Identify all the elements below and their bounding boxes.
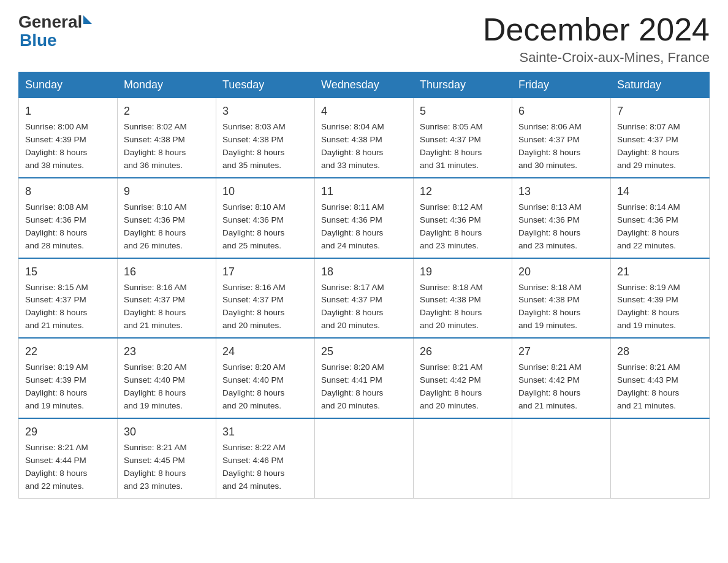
day-number: 24	[222, 343, 308, 360]
day-info: Sunrise: 8:19 AM Sunset: 4:39 PM Dayligh…	[617, 282, 703, 333]
day-number: 15	[25, 264, 111, 280]
column-header-friday: Friday	[512, 72, 611, 98]
day-info: Sunrise: 8:17 AM Sunset: 4:37 PM Dayligh…	[321, 282, 407, 333]
calendar-cell: 16Sunrise: 8:16 AM Sunset: 4:37 PM Dayli…	[118, 258, 216, 339]
day-info: Sunrise: 8:16 AM Sunset: 4:37 PM Dayligh…	[124, 282, 210, 333]
day-number: 6	[518, 103, 604, 120]
calendar-cell: 8Sunrise: 8:08 AM Sunset: 4:36 PM Daylig…	[19, 178, 118, 258]
day-info: Sunrise: 8:20 AM Sunset: 4:40 PM Dayligh…	[222, 361, 308, 413]
calendar-cell: 25Sunrise: 8:20 AM Sunset: 4:41 PM Dayli…	[315, 338, 414, 418]
calendar-cell: 22Sunrise: 8:19 AM Sunset: 4:39 PM Dayli…	[19, 338, 118, 418]
calendar-cell: 28Sunrise: 8:21 AM Sunset: 4:43 PM Dayli…	[611, 338, 710, 418]
calendar-cell: 19Sunrise: 8:18 AM Sunset: 4:38 PM Dayli…	[414, 258, 512, 339]
day-number: 7	[617, 103, 703, 120]
column-header-thursday: Thursday	[414, 72, 512, 98]
column-header-monday: Monday	[118, 72, 216, 98]
calendar-subtitle: Sainte-Croix-aux-Mines, France	[483, 50, 710, 66]
page-header: General Blue December 2024 Sainte-Croix-…	[18, 12, 710, 66]
calendar-cell: 17Sunrise: 8:16 AM Sunset: 4:37 PM Dayli…	[216, 258, 315, 339]
day-info: Sunrise: 8:21 AM Sunset: 4:45 PM Dayligh…	[124, 442, 210, 493]
calendar-cell: 26Sunrise: 8:21 AM Sunset: 4:42 PM Dayli…	[414, 338, 512, 418]
column-header-wednesday: Wednesday	[315, 72, 414, 98]
day-info: Sunrise: 8:03 AM Sunset: 4:38 PM Dayligh…	[222, 121, 308, 172]
day-number: 30	[124, 424, 210, 440]
day-info: Sunrise: 8:21 AM Sunset: 4:44 PM Dayligh…	[25, 442, 111, 493]
day-info: Sunrise: 8:14 AM Sunset: 4:36 PM Dayligh…	[617, 201, 703, 253]
day-info: Sunrise: 8:12 AM Sunset: 4:36 PM Dayligh…	[420, 201, 506, 253]
calendar-cell: 1Sunrise: 8:00 AM Sunset: 4:39 PM Daylig…	[19, 98, 118, 178]
calendar-cell: 27Sunrise: 8:21 AM Sunset: 4:42 PM Dayli…	[512, 338, 611, 418]
day-info: Sunrise: 8:22 AM Sunset: 4:46 PM Dayligh…	[222, 442, 308, 493]
day-number: 4	[321, 103, 407, 120]
day-number: 26	[420, 343, 506, 360]
calendar-cell: 15Sunrise: 8:15 AM Sunset: 4:37 PM Dayli…	[19, 258, 118, 339]
calendar-cell: 18Sunrise: 8:17 AM Sunset: 4:37 PM Dayli…	[315, 258, 414, 339]
day-info: Sunrise: 8:02 AM Sunset: 4:38 PM Dayligh…	[124, 121, 210, 172]
day-info: Sunrise: 8:20 AM Sunset: 4:41 PM Dayligh…	[321, 361, 407, 413]
day-info: Sunrise: 8:08 AM Sunset: 4:36 PM Dayligh…	[25, 201, 111, 253]
title-block: December 2024 Sainte-Croix-aux-Mines, Fr…	[483, 12, 710, 66]
calendar-cell	[315, 418, 414, 498]
calendar-cell: 6Sunrise: 8:06 AM Sunset: 4:37 PM Daylig…	[512, 98, 611, 178]
day-number: 17	[222, 264, 308, 280]
day-info: Sunrise: 8:11 AM Sunset: 4:36 PM Dayligh…	[321, 201, 407, 253]
column-header-tuesday: Tuesday	[216, 72, 315, 98]
day-info: Sunrise: 8:16 AM Sunset: 4:37 PM Dayligh…	[222, 282, 308, 333]
day-info: Sunrise: 8:21 AM Sunset: 4:42 PM Dayligh…	[420, 361, 506, 413]
calendar-cell: 31Sunrise: 8:22 AM Sunset: 4:46 PM Dayli…	[216, 418, 315, 498]
calendar-cell: 11Sunrise: 8:11 AM Sunset: 4:36 PM Dayli…	[315, 178, 414, 258]
logo-general-text: General	[18, 12, 82, 32]
day-number: 21	[617, 264, 703, 280]
day-info: Sunrise: 8:19 AM Sunset: 4:39 PM Dayligh…	[25, 361, 111, 413]
calendar-table: SundayMondayTuesdayWednesdayThursdayFrid…	[18, 72, 710, 498]
day-info: Sunrise: 8:07 AM Sunset: 4:37 PM Dayligh…	[617, 121, 703, 172]
calendar-week-row: 8Sunrise: 8:08 AM Sunset: 4:36 PM Daylig…	[19, 178, 710, 258]
day-number: 9	[124, 183, 210, 200]
day-info: Sunrise: 8:06 AM Sunset: 4:37 PM Dayligh…	[518, 121, 604, 172]
calendar-week-row: 15Sunrise: 8:15 AM Sunset: 4:37 PM Dayli…	[19, 258, 710, 339]
day-info: Sunrise: 8:15 AM Sunset: 4:37 PM Dayligh…	[25, 282, 111, 333]
calendar-cell: 2Sunrise: 8:02 AM Sunset: 4:38 PM Daylig…	[118, 98, 216, 178]
day-info: Sunrise: 8:10 AM Sunset: 4:36 PM Dayligh…	[124, 201, 210, 253]
calendar-cell: 14Sunrise: 8:14 AM Sunset: 4:36 PM Dayli…	[611, 178, 710, 258]
day-number: 18	[321, 264, 407, 280]
logo: General Blue	[18, 12, 92, 49]
calendar-cell: 7Sunrise: 8:07 AM Sunset: 4:37 PM Daylig…	[611, 98, 710, 178]
calendar-cell: 29Sunrise: 8:21 AM Sunset: 4:44 PM Dayli…	[19, 418, 118, 498]
calendar-cell: 24Sunrise: 8:20 AM Sunset: 4:40 PM Dayli…	[216, 338, 315, 418]
day-number: 3	[222, 103, 308, 120]
day-number: 10	[222, 183, 308, 200]
day-number: 29	[25, 424, 111, 440]
day-number: 28	[617, 343, 703, 360]
day-number: 22	[25, 343, 111, 360]
day-info: Sunrise: 8:04 AM Sunset: 4:38 PM Dayligh…	[321, 121, 407, 172]
day-number: 13	[518, 183, 604, 200]
calendar-cell: 10Sunrise: 8:10 AM Sunset: 4:36 PM Dayli…	[216, 178, 315, 258]
day-info: Sunrise: 8:18 AM Sunset: 4:38 PM Dayligh…	[518, 282, 604, 333]
calendar-cell: 30Sunrise: 8:21 AM Sunset: 4:45 PM Dayli…	[118, 418, 216, 498]
calendar-cell: 3Sunrise: 8:03 AM Sunset: 4:38 PM Daylig…	[216, 98, 315, 178]
calendar-cell	[611, 418, 710, 498]
day-info: Sunrise: 8:20 AM Sunset: 4:40 PM Dayligh…	[124, 361, 210, 413]
day-info: Sunrise: 8:13 AM Sunset: 4:36 PM Dayligh…	[518, 201, 604, 253]
day-number: 25	[321, 343, 407, 360]
calendar-cell: 5Sunrise: 8:05 AM Sunset: 4:37 PM Daylig…	[414, 98, 512, 178]
day-number: 20	[518, 264, 604, 280]
day-number: 11	[321, 183, 407, 200]
day-number: 31	[222, 424, 308, 440]
column-header-sunday: Sunday	[19, 72, 118, 98]
calendar-cell: 20Sunrise: 8:18 AM Sunset: 4:38 PM Dayli…	[512, 258, 611, 339]
day-number: 16	[124, 264, 210, 280]
day-number: 12	[420, 183, 506, 200]
day-number: 5	[420, 103, 506, 120]
calendar-cell: 21Sunrise: 8:19 AM Sunset: 4:39 PM Dayli…	[611, 258, 710, 339]
calendar-cell: 23Sunrise: 8:20 AM Sunset: 4:40 PM Dayli…	[118, 338, 216, 418]
calendar-cell: 12Sunrise: 8:12 AM Sunset: 4:36 PM Dayli…	[414, 178, 512, 258]
logo-triangle-icon	[83, 15, 92, 24]
calendar-week-row: 1Sunrise: 8:00 AM Sunset: 4:39 PM Daylig…	[19, 98, 710, 178]
calendar-cell: 4Sunrise: 8:04 AM Sunset: 4:38 PM Daylig…	[315, 98, 414, 178]
day-info: Sunrise: 8:10 AM Sunset: 4:36 PM Dayligh…	[222, 201, 308, 253]
day-number: 8	[25, 183, 111, 200]
calendar-week-row: 29Sunrise: 8:21 AM Sunset: 4:44 PM Dayli…	[19, 418, 710, 498]
day-number: 2	[124, 103, 210, 120]
